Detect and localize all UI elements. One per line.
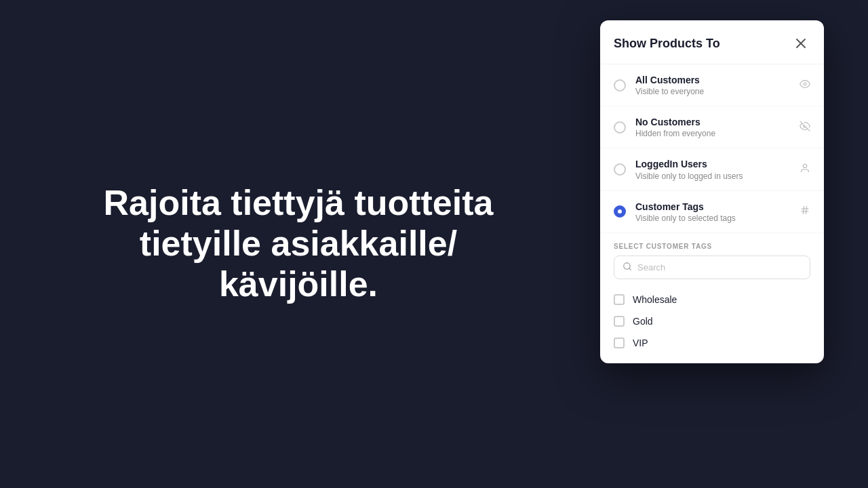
tag-item-wholesale[interactable]: Wholesale bbox=[614, 289, 810, 310]
checkbox-vip[interactable] bbox=[614, 338, 625, 348]
option-customer-tags[interactable]: Customer Tags Visible only to selected t… bbox=[600, 191, 824, 233]
tag-label-wholesale: Wholesale bbox=[633, 294, 677, 305]
modal-body: All Customers Visible to everyone No Cus… bbox=[600, 64, 824, 363]
option-text-all-customers: All Customers Visible to everyone bbox=[635, 74, 793, 96]
radio-circle-customer-tags bbox=[614, 205, 626, 218]
svg-line-8 bbox=[806, 206, 806, 214]
svg-line-10 bbox=[629, 268, 631, 270]
left-panel: Rajoita tiettyjä tuotteita tietyille asi… bbox=[0, 142, 597, 345]
option-label-customer-tags: Customer Tags bbox=[635, 201, 793, 213]
close-button[interactable] bbox=[791, 34, 810, 53]
svg-point-2 bbox=[804, 83, 806, 85]
svg-line-7 bbox=[803, 206, 804, 214]
option-text-customer-tags: Customer Tags Visible only to selected t… bbox=[635, 201, 793, 223]
hero-text: Rajoita tiettyjä tuotteita tietyille asi… bbox=[102, 183, 495, 304]
option-no-customers[interactable]: No Customers Hidden from everyone bbox=[600, 106, 824, 148]
section-label-customer-tags: SELECT CUSTOMER TAGS bbox=[600, 233, 824, 256]
option-text-loggedin-users: LoggedIn Users Visible only to logged in… bbox=[635, 158, 793, 180]
option-all-customers[interactable]: All Customers Visible to everyone bbox=[600, 64, 824, 106]
tag-item-gold[interactable]: Gold bbox=[614, 310, 810, 332]
radio-all-customers bbox=[614, 79, 626, 92]
search-icon bbox=[623, 262, 632, 273]
option-loggedin-users[interactable]: LoggedIn Users Visible only to logged in… bbox=[600, 148, 824, 190]
eye-icon bbox=[800, 79, 810, 92]
option-text-no-customers: No Customers Hidden from everyone bbox=[635, 116, 793, 138]
hash-icon bbox=[800, 205, 810, 218]
eye-slash-icon bbox=[800, 121, 810, 134]
modal-header: Show Products To bbox=[600, 20, 824, 64]
option-sublabel-loggedin-users: Visible only to logged in users bbox=[635, 171, 793, 181]
checkbox-gold[interactable] bbox=[614, 316, 625, 327]
option-sublabel-customer-tags: Visible only to selected tags bbox=[635, 214, 793, 223]
tag-item-vip[interactable]: VIP bbox=[614, 332, 810, 354]
tag-label-gold: Gold bbox=[633, 316, 653, 327]
option-sublabel-all-customers: Visible to everyone bbox=[635, 87, 793, 96]
user-icon bbox=[800, 163, 810, 176]
option-label-all-customers: All Customers bbox=[635, 74, 793, 86]
option-sublabel-no-customers: Hidden from everyone bbox=[635, 129, 793, 138]
modal-title: Show Products To bbox=[614, 37, 720, 51]
checkbox-wholesale[interactable] bbox=[614, 294, 625, 305]
modal: Show Products To All Customers Visible t… bbox=[600, 20, 824, 363]
radio-circle-no-customers bbox=[614, 121, 626, 134]
radio-circle-loggedin-users bbox=[614, 163, 626, 176]
close-icon bbox=[795, 38, 806, 49]
tag-list: Wholesale Gold VIP bbox=[600, 286, 824, 363]
search-container bbox=[600, 256, 824, 286]
right-panel: Show Products To All Customers Visible t… bbox=[597, 0, 827, 363]
tag-label-vip: VIP bbox=[633, 338, 648, 348]
option-label-loggedin-users: LoggedIn Users bbox=[635, 158, 793, 170]
radio-circle-all-customers bbox=[614, 79, 626, 92]
radio-loggedin-users bbox=[614, 163, 626, 176]
radio-customer-tags bbox=[614, 205, 626, 218]
search-box bbox=[614, 256, 810, 279]
search-input[interactable] bbox=[637, 262, 802, 272]
option-label-no-customers: No Customers bbox=[635, 116, 793, 128]
svg-point-4 bbox=[803, 164, 806, 167]
radio-no-customers bbox=[614, 121, 626, 134]
